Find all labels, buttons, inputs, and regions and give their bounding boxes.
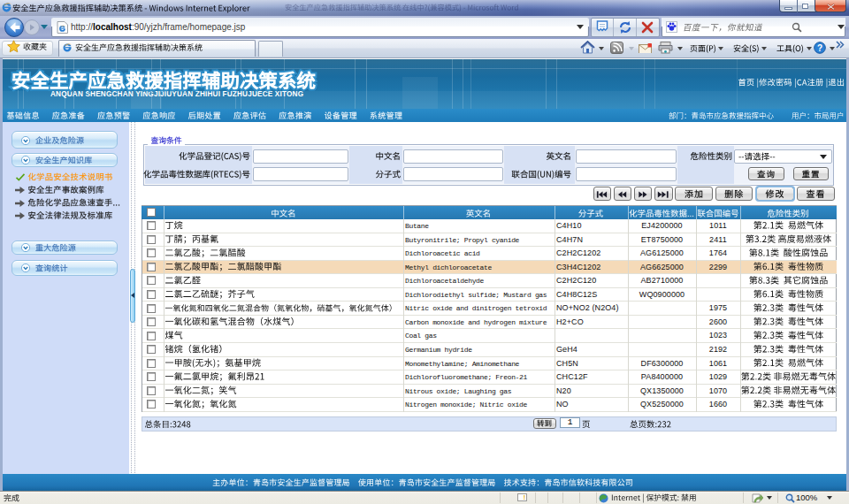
svg-text:?: ?	[817, 43, 822, 53]
